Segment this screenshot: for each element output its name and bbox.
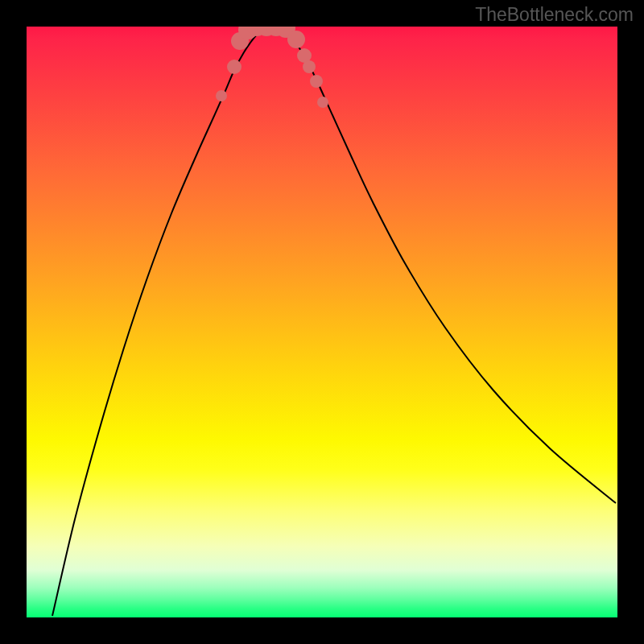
chart-container: TheBottleneck.com — [0, 0, 644, 644]
data-points — [216, 27, 328, 108]
data-point — [287, 31, 305, 48]
data-point — [227, 60, 242, 74]
curve-line — [52, 27, 616, 616]
data-point — [303, 60, 316, 73]
series-curve — [52, 27, 616, 616]
data-point — [216, 90, 227, 101]
data-point — [317, 97, 328, 108]
plot-area — [27, 27, 617, 617]
data-point — [310, 75, 323, 88]
bottleneck-chart — [27, 27, 617, 617]
watermark-text: TheBottleneck.com — [475, 4, 634, 26]
